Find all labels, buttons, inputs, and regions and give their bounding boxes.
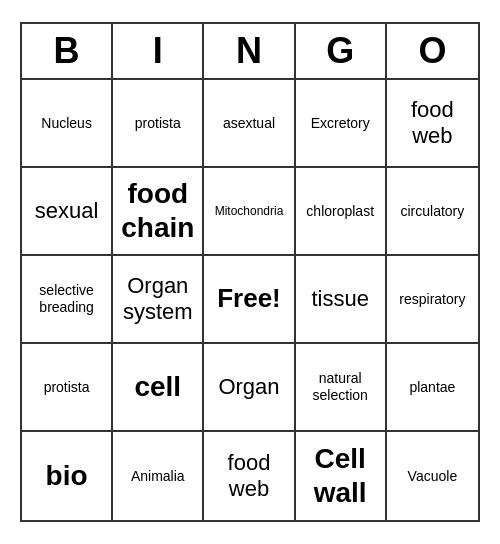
bingo-cell: food chain bbox=[113, 168, 204, 256]
bingo-cell: cell bbox=[113, 344, 204, 432]
bingo-cell: Nucleus bbox=[22, 80, 113, 168]
bingo-cell: food web bbox=[387, 80, 478, 168]
bingo-card: BINGO NucleusprotistaasextualExcretoryfo… bbox=[20, 22, 480, 522]
bingo-cell: tissue bbox=[296, 256, 387, 344]
header-letter: B bbox=[22, 24, 113, 78]
bingo-cell: bio bbox=[22, 432, 113, 520]
bingo-header: BINGO bbox=[22, 24, 478, 80]
header-letter: I bbox=[113, 24, 204, 78]
bingo-cell: asextual bbox=[204, 80, 295, 168]
bingo-cell: Excretory bbox=[296, 80, 387, 168]
bingo-cell: protista bbox=[113, 80, 204, 168]
bingo-cell: Organ system bbox=[113, 256, 204, 344]
bingo-cell: sexual bbox=[22, 168, 113, 256]
header-letter: N bbox=[204, 24, 295, 78]
bingo-cell: food web bbox=[204, 432, 295, 520]
bingo-cell: plantae bbox=[387, 344, 478, 432]
bingo-cell: Cell wall bbox=[296, 432, 387, 520]
bingo-cell: Organ bbox=[204, 344, 295, 432]
bingo-cell: natural selection bbox=[296, 344, 387, 432]
bingo-cell: Animalia bbox=[113, 432, 204, 520]
bingo-cell: Free! bbox=[204, 256, 295, 344]
bingo-cell: chloroplast bbox=[296, 168, 387, 256]
header-letter: O bbox=[387, 24, 478, 78]
bingo-cell: Vacuole bbox=[387, 432, 478, 520]
bingo-grid: NucleusprotistaasextualExcretoryfood web… bbox=[22, 80, 478, 520]
bingo-cell: protista bbox=[22, 344, 113, 432]
header-letter: G bbox=[296, 24, 387, 78]
bingo-cell: respiratory bbox=[387, 256, 478, 344]
bingo-cell: selective breading bbox=[22, 256, 113, 344]
bingo-cell: circulatory bbox=[387, 168, 478, 256]
bingo-cell: Mitochondria bbox=[204, 168, 295, 256]
